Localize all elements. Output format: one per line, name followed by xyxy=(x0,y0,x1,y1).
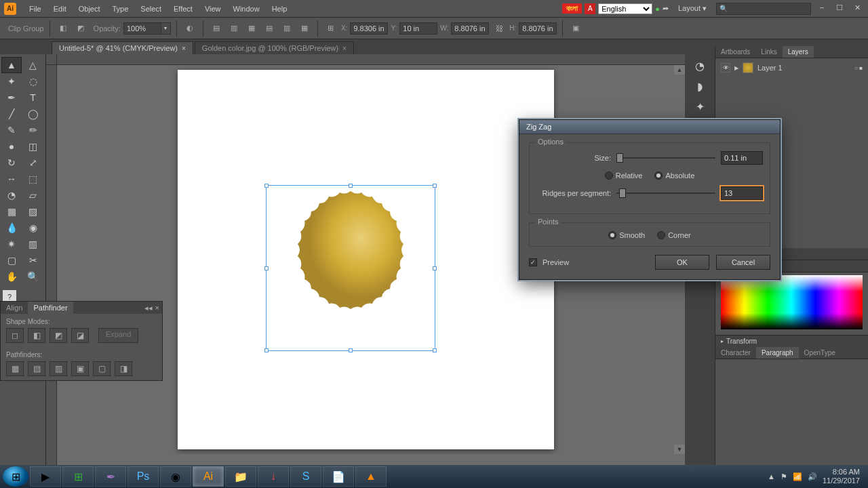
menu-type[interactable]: Type xyxy=(106,5,135,13)
task-photoshop[interactable]: Ps xyxy=(127,466,159,487)
visibility-toggle[interactable]: 👁 xyxy=(721,63,730,73)
tray-clock[interactable]: 8:06 AM 11/29/2017 xyxy=(823,468,860,485)
layer-name-label[interactable]: Layer 1 xyxy=(757,64,783,72)
size-input[interactable] xyxy=(721,151,763,165)
task-media-player[interactable]: ▶ xyxy=(30,466,61,487)
width-tool[interactable]: ↔ xyxy=(1,171,22,187)
minimize-button[interactable]: − xyxy=(815,3,829,14)
divide-button[interactable]: ▦ xyxy=(6,361,24,376)
relative-radio[interactable]: Relative xyxy=(605,171,643,180)
character-tab[interactable]: Character xyxy=(715,347,756,359)
zoom-tool[interactable]: 🔍 xyxy=(23,268,43,285)
link-wh-icon[interactable]: ⛓ xyxy=(492,21,507,36)
tray-flag-icon[interactable]: ⚑ xyxy=(781,472,787,481)
language-select[interactable]: English xyxy=(598,3,652,14)
resize-handle[interactable] xyxy=(433,348,437,352)
shape-builder-tool[interactable]: ◔ xyxy=(1,187,22,203)
doc-tab-2[interactable]: Golden color.jpg @ 100% (RGB/Preview)× xyxy=(195,41,354,54)
task-downloader[interactable]: ↓ xyxy=(258,466,289,487)
h-field[interactable]: 8.8076 in xyxy=(519,22,557,35)
menu-view[interactable]: View xyxy=(199,5,227,13)
stroke-proxy-button[interactable]: ◩ xyxy=(73,21,88,36)
align-right-icon[interactable]: ▦ xyxy=(244,21,259,36)
resize-handle[interactable] xyxy=(264,348,269,352)
merge-button[interactable]: ▥ xyxy=(50,361,67,376)
align-tab[interactable]: Align xyxy=(1,302,28,314)
gradient-tool[interactable]: ▨ xyxy=(23,203,43,220)
color-spectrum[interactable] xyxy=(721,275,863,329)
lasso-tool[interactable]: ◌ xyxy=(23,73,43,89)
menu-effect[interactable]: Effect xyxy=(167,5,199,13)
hand-tool[interactable]: ✋ xyxy=(1,268,22,285)
scroll-up-icon[interactable]: ▲ xyxy=(674,65,685,75)
horizontal-ruler[interactable] xyxy=(57,54,685,65)
start-button[interactable]: ⊞ xyxy=(3,466,28,487)
ok-button[interactable]: OK xyxy=(655,255,709,270)
task-illustrator[interactable]: Ai xyxy=(193,466,224,487)
eyedropper-tool[interactable]: 💧 xyxy=(1,220,22,236)
menu-file[interactable]: File xyxy=(23,5,47,13)
direct-selection-tool[interactable]: △ xyxy=(23,57,43,73)
perspective-tool[interactable]: ▱ xyxy=(23,187,43,203)
align-bottom-icon[interactable]: ▦ xyxy=(297,21,312,36)
close-tab-icon[interactable]: × xyxy=(342,45,347,52)
layout-dropdown[interactable]: Layout ▾ xyxy=(673,4,712,13)
lang-a-icon[interactable]: A xyxy=(585,3,595,14)
isolate-button[interactable]: ▣ xyxy=(568,21,583,36)
transform-ref-icon[interactable]: ⊞ xyxy=(323,21,338,36)
intersect-button[interactable]: ◩ xyxy=(50,328,67,343)
minus-back-button[interactable]: ◨ xyxy=(115,361,132,376)
globe-icon[interactable]: ● xyxy=(655,5,660,13)
resize-handle[interactable] xyxy=(264,266,269,270)
selection-tool[interactable]: ▲ xyxy=(1,57,22,73)
tray-volume-icon[interactable]: 🔊 xyxy=(808,472,817,481)
close-tab-icon[interactable]: × xyxy=(182,45,186,52)
recolor-button[interactable]: ◐ xyxy=(182,21,197,36)
crop-button[interactable]: ▣ xyxy=(71,361,89,376)
cancel-button[interactable]: Cancel xyxy=(716,255,770,270)
transform-panel-header[interactable]: Transform xyxy=(715,335,868,347)
paragraph-tab[interactable]: Paragraph xyxy=(756,347,799,359)
align-left-icon[interactable]: ▤ xyxy=(209,21,224,36)
align-top-icon[interactable]: ▤ xyxy=(262,21,277,36)
links-tab[interactable]: Links xyxy=(755,46,782,58)
artboards-tab[interactable]: Artboards xyxy=(715,46,755,58)
menu-window[interactable]: Window xyxy=(227,5,266,13)
opacity-field[interactable]: 100% xyxy=(123,22,161,35)
line-tool[interactable]: ╱ xyxy=(1,106,22,122)
panel-collapse-icon[interactable]: ◂◂ xyxy=(144,304,153,312)
task-explorer[interactable]: 📁 xyxy=(225,466,256,487)
color-panel-icon[interactable]: ◔ xyxy=(690,58,710,73)
task-excel[interactable]: ⊞ xyxy=(62,466,94,487)
ruler-origin[interactable] xyxy=(46,54,57,65)
free-transform-tool[interactable]: ⬚ xyxy=(23,171,43,187)
resize-handle[interactable] xyxy=(349,348,353,352)
absolute-radio[interactable]: Absolute xyxy=(654,171,694,180)
ridges-slider[interactable] xyxy=(616,192,715,194)
vertical-ruler[interactable] xyxy=(46,65,57,465)
panel-close-icon[interactable]: × xyxy=(155,304,159,312)
unite-button[interactable]: ◻ xyxy=(6,328,24,343)
smooth-radio[interactable]: Smooth xyxy=(608,231,645,239)
rotate-tool[interactable]: ↻ xyxy=(1,155,22,171)
y-field[interactable]: 10 in xyxy=(399,22,437,35)
trim-button[interactable]: ▤ xyxy=(28,361,45,376)
target-icon[interactable]: ○ ■ xyxy=(854,65,863,71)
menu-select[interactable]: Select xyxy=(134,5,167,13)
dialog-title[interactable]: Zig Zag xyxy=(519,120,780,134)
blend-tool[interactable]: ◉ xyxy=(23,220,43,236)
menu-edit[interactable]: Edit xyxy=(47,5,73,13)
brush-tool[interactable]: ✎ xyxy=(1,122,22,138)
task-chrome[interactable]: ◉ xyxy=(160,466,191,487)
pen-tool[interactable]: ✒ xyxy=(1,89,22,106)
preview-checkbox[interactable]: ✓ xyxy=(529,258,537,266)
resize-handle[interactable] xyxy=(264,184,269,188)
opentype-tab[interactable]: OpenType xyxy=(799,347,841,359)
task-skype[interactable]: S xyxy=(290,466,321,487)
exclude-button[interactable]: ◪ xyxy=(71,328,89,343)
align-center-icon[interactable]: ▥ xyxy=(226,21,241,36)
close-button[interactable]: ✕ xyxy=(850,3,864,14)
pathfinder-tab[interactable]: Pathfinder xyxy=(28,302,73,314)
scroll-down-icon[interactable]: ▼ xyxy=(674,445,685,454)
slice-tool[interactable]: ✂ xyxy=(23,252,43,268)
